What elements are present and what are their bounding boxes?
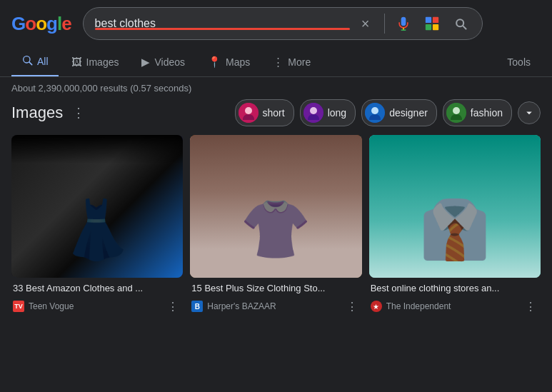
more-dots-icon: ⋮	[273, 56, 283, 69]
source-menu-2[interactable]: ⋮	[343, 298, 361, 315]
mic-icon[interactable]	[393, 14, 413, 34]
all-icon	[21, 54, 33, 68]
results-count: About 2,390,000,000 results (0.57 second…	[11, 83, 191, 94]
svg-rect-37	[229, 169, 271, 179]
image-grid: 33 Best Amazon Clothes and ... TV Teen V…	[11, 135, 541, 316]
svg-rect-2	[425, 17, 431, 23]
chip-short-label: short	[263, 107, 285, 119]
header: Google best clothes ×	[0, 0, 552, 47]
svg-point-13	[371, 107, 378, 114]
tab-videos-label: Videos	[154, 56, 185, 68]
tab-more-label: More	[288, 56, 311, 68]
svg-rect-20	[54, 182, 74, 238]
svg-rect-29	[190, 144, 232, 154]
search-input-container: best clothes	[95, 17, 350, 30]
videos-icon: ▶	[141, 56, 150, 69]
svg-rect-4	[425, 24, 431, 30]
divider	[384, 14, 385, 34]
image-thumb-1	[11, 135, 183, 278]
favicon-1: TV	[13, 301, 24, 312]
image-title-3: Best online clothing stores an...	[371, 282, 539, 295]
source-left-2: B Harper's BAZAAR	[191, 301, 276, 312]
source-left-3: ★ The Independent	[371, 301, 451, 312]
chip-fashion[interactable]: fashion	[443, 99, 512, 126]
svg-rect-68	[495, 216, 505, 267]
svg-rect-46	[276, 263, 294, 276]
svg-rect-32	[327, 144, 362, 154]
lens-icon[interactable]	[422, 14, 442, 34]
search-button[interactable]	[451, 14, 471, 34]
svg-rect-28	[190, 136, 361, 276]
nav-tabs: All 🖼 Images ▶ Videos 📍 Maps ⋮ More Tool…	[0, 47, 552, 77]
svg-rect-22	[65, 238, 75, 269]
images-title: Images	[11, 104, 63, 122]
svg-point-62	[443, 156, 471, 184]
filter-chips: short long	[235, 99, 541, 126]
source-left-1: TV Teen Vogue	[13, 301, 74, 312]
tab-maps[interactable]: 📍 Maps	[198, 49, 260, 76]
image-thumb-2	[190, 135, 361, 278]
chip-short-avatar	[239, 103, 259, 123]
source-menu-1[interactable]: ⋮	[164, 298, 181, 315]
svg-point-19	[51, 154, 76, 181]
svg-point-15	[453, 107, 460, 114]
svg-point-11	[310, 107, 317, 114]
tab-videos[interactable]: ▶ Videos	[131, 49, 195, 76]
tab-images[interactable]: 🖼 Images	[61, 49, 129, 75]
svg-rect-70	[520, 151, 541, 270]
tab-all-label: All	[37, 56, 49, 67]
image-source-1: TV Teen Vogue ⋮	[13, 298, 181, 315]
tab-more[interactable]: ⋮ More	[263, 49, 321, 76]
tab-all[interactable]: All	[11, 47, 59, 76]
svg-rect-41	[254, 190, 298, 225]
chip-short[interactable]: short	[235, 99, 294, 126]
image-card-3[interactable]: Best online clothing stores an... ★ The …	[369, 135, 541, 316]
chip-long-label: long	[328, 107, 346, 119]
tab-tools[interactable]: Tools	[497, 49, 541, 75]
svg-rect-16	[11, 136, 183, 276]
images-section: Images ⋮ short	[0, 99, 552, 316]
svg-rect-25	[116, 184, 136, 236]
images-more-options[interactable]: ⋮	[69, 103, 89, 123]
chip-fashion-avatar	[446, 103, 466, 123]
clear-button[interactable]: ×	[356, 14, 376, 34]
search-underline	[95, 28, 350, 30]
image-card-2[interactable]: 15 Best Plus Size Clothing Sto... B Harp…	[190, 135, 361, 316]
chip-long-avatar	[303, 103, 323, 123]
image-source-2: B Harper's BAZAAR ⋮	[191, 298, 360, 315]
svg-rect-30	[236, 144, 278, 154]
svg-rect-38	[274, 169, 316, 179]
svg-point-66	[493, 157, 518, 182]
source-name-2: Harper's BAZAAR	[207, 301, 276, 311]
images-icon: 🖼	[71, 56, 82, 68]
svg-rect-31	[281, 144, 323, 154]
svg-rect-36	[190, 169, 225, 179]
logo-g2: g	[46, 13, 57, 34]
svg-rect-47	[231, 227, 251, 246]
svg-rect-43	[256, 225, 296, 263]
images-header: Images ⋮ short	[11, 99, 541, 126]
image-caption-3: Best online clothing stores an... ★ The …	[369, 278, 541, 316]
svg-rect-48	[369, 136, 541, 276]
chip-fashion-label: fashion	[471, 107, 503, 119]
svg-rect-50	[396, 184, 419, 219]
svg-rect-57	[408, 219, 418, 268]
svg-rect-18	[11, 136, 103, 276]
google-logo[interactable]: Google	[11, 13, 71, 35]
svg-point-9	[245, 107, 252, 114]
chip-designer[interactable]: designer	[361, 99, 437, 126]
search-icons: ×	[356, 14, 471, 34]
svg-rect-69	[506, 216, 516, 267]
source-menu-3[interactable]: ⋮	[522, 298, 539, 315]
image-caption-1: 33 Best Amazon Clothes and ... TV Teen V…	[11, 278, 183, 316]
svg-rect-64	[445, 219, 456, 270]
chips-expand-button[interactable]	[518, 101, 541, 124]
chip-designer-avatar	[365, 103, 385, 123]
image-title-1: 33 Best Amazon Clothes and ...	[13, 282, 181, 295]
image-title-2: 15 Best Plus Size Clothing Sto...	[191, 282, 360, 295]
svg-rect-39	[320, 169, 362, 179]
source-name-3: The Independent	[386, 301, 451, 311]
chip-long[interactable]: long	[300, 99, 356, 126]
image-card-1[interactable]: 33 Best Amazon Clothes and ... TV Teen V…	[11, 135, 183, 316]
tab-images-label: Images	[86, 56, 119, 68]
